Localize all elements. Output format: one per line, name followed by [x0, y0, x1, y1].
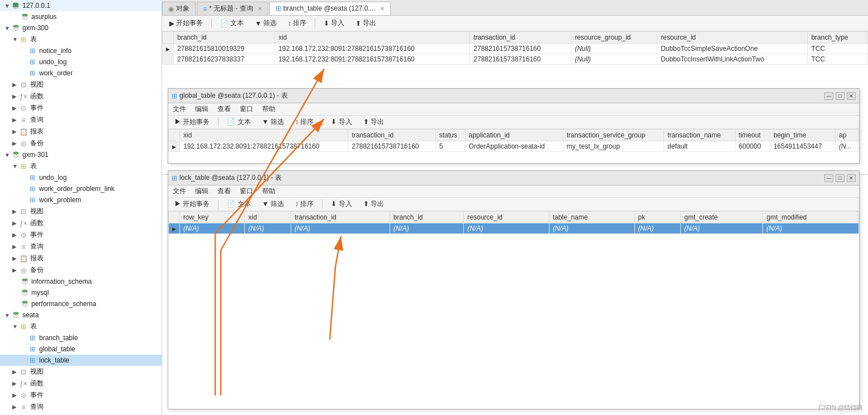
- maximize-btn[interactable]: □: [836, 92, 845, 100]
- sidebar-item-global-table[interactable]: ⊞ global_table: [0, 344, 162, 355]
- sidebar-item-seata-reports[interactable]: ▶ 📋 报表: [0, 413, 162, 415]
- sidebar-item-gxm300-reports[interactable]: ▶ 📋 报表: [0, 126, 162, 137]
- sidebar-item-lock-table[interactable]: ⊞ lock_table: [0, 355, 162, 366]
- sidebar-item-gxm300-funcs[interactable]: ▶ ƒ× 函数: [0, 90, 162, 102]
- sidebar-item-mysql[interactable]: mysql: [0, 287, 162, 298]
- sort-btn[interactable]: ↕ 排序: [284, 17, 310, 30]
- lock-table-window: ⊞ lock_table @seata (127.0.0.1) - 表 — □ …: [168, 170, 860, 409]
- col-indicator: [163, 32, 174, 44]
- menu-file[interactable]: 文件: [172, 187, 187, 196]
- export-btn[interactable]: ⬆ 导出: [352, 17, 380, 30]
- sidebar-item-gxm300-events[interactable]: ▶ ⊙ 事件: [0, 102, 162, 114]
- export-btn2[interactable]: ⬆ 导出: [359, 116, 388, 128]
- view-icon: ⊡: [19, 80, 28, 89]
- table-icon: ⊞: [28, 58, 37, 66]
- tab-object[interactable]: ◉ 对象: [162, 2, 196, 15]
- lock-table-titlebar: ⊞ lock_table @seata (127.0.0.1) - 表 — □ …: [168, 171, 859, 185]
- tab-query[interactable]: ≡ * 无标题 - 查询 ✕: [197, 2, 268, 15]
- sidebar-item-undo-log2[interactable]: ⊞ undo_log: [0, 172, 162, 183]
- text-btn2[interactable]: 📄 文本: [223, 116, 254, 128]
- text-btn[interactable]: 📄 文本: [216, 17, 248, 30]
- query-icon: ≡: [19, 116, 28, 125]
- import-btn[interactable]: ⬇ 导入: [320, 17, 348, 30]
- menu-edit[interactable]: 编辑: [194, 187, 210, 196]
- sort-btn2[interactable]: ↕ 排序: [291, 116, 317, 128]
- sidebar-item-undo-log[interactable]: ⊞ undo_log: [0, 56, 162, 68]
- sidebar-item-seata[interactable]: ▼ seata: [0, 309, 162, 321]
- sidebar-item-gxm301-events[interactable]: ▶ ⊙ 事件: [0, 229, 162, 241]
- sidebar-item-connection[interactable]: ▼ 127.0.0.1: [0, 0, 162, 11]
- import-btn2[interactable]: ⬇ 导入: [327, 116, 355, 128]
- table-row[interactable]: 192.168.172.232:8091:278821615738716160 …: [169, 141, 859, 152]
- sidebar-item-gxm300-queries[interactable]: ▶ ≡ 查询: [0, 114, 162, 126]
- table-row[interactable]: (N/A) (N/A) (N/A) (N/A) (N/A) (N/A) (N/A…: [169, 223, 859, 234]
- sidebar-item-gxm301-views[interactable]: ▶ ⊡ 视图: [0, 206, 162, 217]
- sidebar-item-branch-table[interactable]: ⊞ branch_table: [0, 332, 162, 344]
- sidebar-item-seata-tables[interactable]: ▼ ⊞ 表: [0, 321, 162, 332]
- menu-view[interactable]: 查看: [216, 104, 232, 114]
- folder-icon: ⊞: [19, 162, 28, 171]
- text-btn3[interactable]: 📄 文本: [223, 198, 254, 211]
- col-transaction-id: transaction_id: [291, 212, 390, 223]
- sidebar-item-seata-queries[interactable]: ▶ ≡ 查询: [0, 401, 162, 413]
- svg-point-7: [22, 300, 27, 303]
- sidebar-item-work-problem[interactable]: ⊞ work_problem: [0, 194, 162, 206]
- filter-btn[interactable]: ▼ 筛选: [251, 17, 281, 30]
- sidebar-item-gxm300-backups[interactable]: ▶ ◎ 备份: [0, 137, 162, 149]
- arrow-icon: ▼: [12, 36, 19, 42]
- begin-tx-btn3[interactable]: ▶ 开始事务: [170, 198, 214, 211]
- filter-btn2[interactable]: ▼ 筛选: [258, 116, 288, 128]
- db-icon: [11, 150, 20, 159]
- maximize-btn[interactable]: □: [836, 174, 845, 182]
- close-btn[interactable]: ✕: [847, 174, 856, 182]
- import-btn3[interactable]: ⬇ 导入: [327, 198, 355, 211]
- menu-file[interactable]: 文件: [172, 104, 187, 114]
- begin-tx-btn2[interactable]: ▶ 开始事务: [170, 116, 214, 128]
- sidebar-item-work-order-problem-link[interactable]: ⊞ work_order_problem_link: [0, 183, 162, 194]
- global-toolbar: ▶ 开始事务 📄 文本 ▼ 筛选 ↕ 排序 ⬇ 导入 ⬆ 导出: [168, 116, 859, 129]
- tab-close-icon[interactable]: ✕: [258, 6, 262, 12]
- sidebar-item-gxm300-tables[interactable]: ▼ ⊞ 表: [0, 34, 162, 45]
- sidebar-item-info-schema[interactable]: information_schema: [0, 276, 162, 287]
- arrow-icon: ▶: [12, 208, 19, 214]
- sidebar-item-work-order[interactable]: ⊞ work_order: [0, 68, 162, 79]
- menu-help[interactable]: 帮助: [261, 104, 277, 114]
- sidebar-item-perf-schema[interactable]: performance_schema: [0, 298, 162, 309]
- tab-bar: ◉ 对象 ≡ * 无标题 - 查询 ✕ ⊞ branch_table @seat…: [162, 0, 868, 16]
- sidebar-item-gxm300[interactable]: ▼ gxm-300: [0, 22, 162, 34]
- sidebar-item-asurplus[interactable]: asurplus: [0, 11, 162, 22]
- sidebar-item-gxm301[interactable]: ▼ gxm-301: [0, 149, 162, 160]
- begin-tx-btn[interactable]: ▶ 开始事务: [165, 17, 207, 30]
- menu-window[interactable]: 窗口: [239, 104, 254, 114]
- cell-xid: 192.168.172.232:8091:278821615738716160: [275, 44, 470, 54]
- tab-close-icon[interactable]: ✕: [380, 6, 385, 12]
- arrow-icon: ▼: [4, 25, 11, 31]
- lock-table-scroll[interactable]: row_key xid transaction_id branch_id res…: [168, 211, 859, 409]
- menu-window[interactable]: 窗口: [239, 187, 254, 196]
- sidebar-item-gxm301-queries[interactable]: ▶ ≡ 查询: [0, 241, 162, 252]
- sidebar-item-seata-events[interactable]: ▶ ⊙ 事件: [0, 389, 162, 401]
- sidebar-item-seata-views[interactable]: ▶ ⊡ 视图: [0, 366, 162, 378]
- close-btn[interactable]: ✕: [847, 92, 856, 100]
- minimize-btn[interactable]: —: [824, 92, 833, 100]
- menu-view[interactable]: 查看: [216, 187, 232, 196]
- table-row[interactable]: 278821615810019329 192.168.172.232:8091:…: [163, 44, 868, 54]
- export-btn3[interactable]: ⬆ 导出: [359, 198, 388, 211]
- global-table-scroll[interactable]: xid transaction_id status application_id…: [168, 129, 859, 163]
- sidebar-item-notice-info[interactable]: ⊞ notice_info: [0, 45, 162, 56]
- folder-icon: ⊞: [19, 322, 28, 331]
- cell-row-key: (N/A): [180, 223, 245, 234]
- sidebar-item-gxm301-reports[interactable]: ▶ 📋 报表: [0, 252, 162, 264]
- minimize-btn[interactable]: —: [824, 174, 833, 182]
- sidebar-item-seata-funcs[interactable]: ▶ ƒ× 函数: [0, 378, 162, 389]
- filter-btn3[interactable]: ▼ 筛选: [258, 198, 288, 211]
- sidebar-item-gxm300-views[interactable]: ▶ ⊡ 视图: [0, 79, 162, 90]
- tab-branch-table[interactable]: ⊞ branch_table @seata (127.0.... ✕: [269, 2, 391, 15]
- menu-help[interactable]: 帮助: [261, 187, 277, 196]
- sidebar-item-gxm301-tables[interactable]: ▼ ⊞ 表: [0, 160, 162, 172]
- sidebar-item-gxm301-funcs[interactable]: ▶ ƒ× 函数: [0, 217, 162, 229]
- menu-edit[interactable]: 编辑: [194, 104, 210, 114]
- table-row[interactable]: 278821616237838337 192.168.172.232:8091:…: [163, 54, 868, 65]
- sort-btn3[interactable]: ↕ 排序: [291, 198, 317, 211]
- sidebar-item-gxm301-backups[interactable]: ▶ ◎ 备份: [0, 264, 162, 276]
